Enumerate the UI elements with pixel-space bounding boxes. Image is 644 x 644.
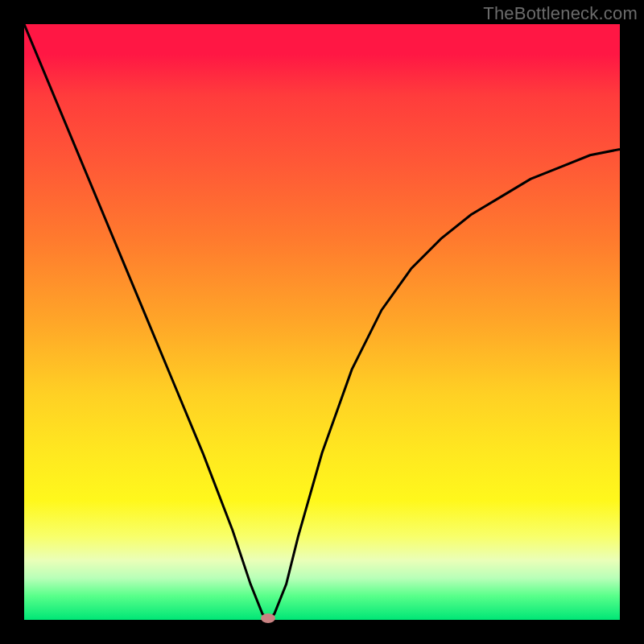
plot-background-gradient [24, 24, 620, 620]
optimal-marker-icon [261, 613, 275, 623]
watermark-text: TheBottleneck.com [483, 3, 638, 24]
chart-frame: TheBottleneck.com [0, 0, 644, 644]
